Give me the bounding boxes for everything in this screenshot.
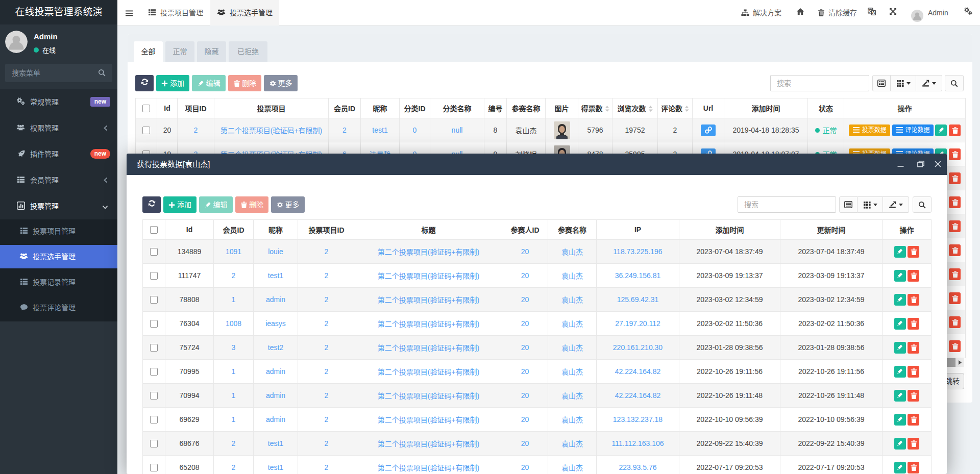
svg-text:A: A — [872, 10, 875, 15]
